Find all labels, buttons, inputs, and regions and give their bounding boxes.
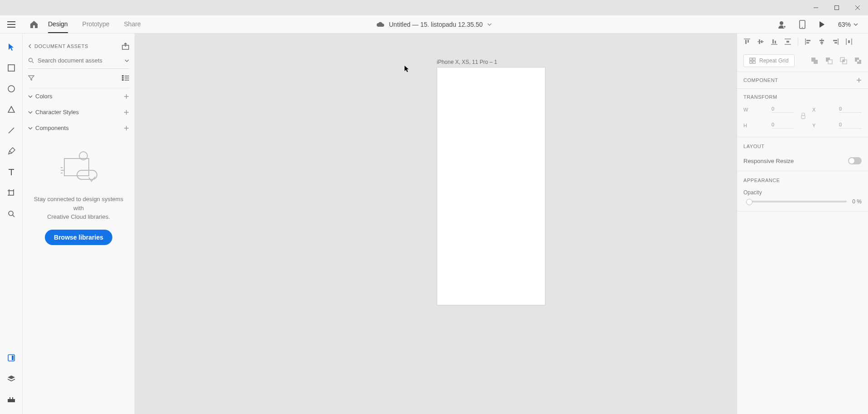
home-button[interactable] [23, 20, 45, 29]
x-value[interactable]: 0 [839, 106, 862, 113]
ellipse-tool[interactable] [6, 83, 17, 94]
svg-rect-29 [125, 76, 129, 77]
empty-text-line-2: Creative Cloud libraries. [33, 212, 125, 221]
boolean-intersect-icon[interactable] [840, 57, 847, 64]
distribute-horizontal-icon[interactable] [845, 38, 853, 45]
boolean-add-icon[interactable] [811, 57, 818, 64]
width-label: W [743, 107, 768, 112]
list-view-icon[interactable] [122, 75, 129, 81]
hamburger-menu-button[interactable] [0, 21, 23, 28]
play-preview-icon[interactable] [818, 21, 825, 28]
svg-rect-28 [122, 75, 124, 77]
artboard-label[interactable]: iPhone X, XS, 11 Pro – 1 [437, 59, 497, 65]
svg-rect-31 [125, 78, 129, 79]
svg-rect-16 [9, 191, 14, 195]
zoom-value: 63% [838, 21, 851, 28]
colors-section[interactable]: Colors [28, 88, 129, 104]
artboard-tool[interactable] [6, 188, 17, 198]
svg-point-12 [802, 27, 803, 28]
svg-rect-72 [814, 60, 818, 64]
components-section[interactable]: Components [28, 120, 129, 136]
window-maximize-button[interactable] [826, 0, 847, 15]
back-to-libraries-button[interactable]: DOCUMENT ASSETS [28, 43, 88, 49]
add-character-style-icon[interactable] [124, 110, 129, 115]
layout-section: LAYOUT Responsive Resize [737, 137, 868, 171]
chevron-down-icon [854, 23, 858, 26]
polygon-tool[interactable] [6, 104, 17, 115]
chevron-down-icon[interactable] [125, 59, 129, 62]
svg-rect-83 [801, 116, 805, 119]
svg-point-21 [9, 211, 13, 216]
document-assets-panel: DOCUMENT ASSETS [23, 34, 135, 414]
add-component-icon[interactable] [856, 77, 862, 83]
character-styles-section[interactable]: Character Styles [28, 104, 129, 120]
svg-rect-80 [857, 60, 859, 62]
assets-panel-title: DOCUMENT ASSETS [34, 43, 88, 49]
search-assets-input[interactable] [38, 57, 121, 64]
document-title[interactable]: Untitled — 15. listopadu 12.35.50 [376, 21, 492, 28]
width-value[interactable]: 0 [772, 106, 794, 113]
height-value[interactable]: 0 [772, 122, 794, 129]
repeat-grid-button[interactable]: Repeat Grid [743, 54, 795, 67]
svg-line-22 [13, 215, 14, 217]
browse-libraries-button[interactable]: Browse libraries [45, 230, 112, 245]
canvas[interactable]: iPhone X, XS, 11 Pro – 1 [135, 34, 737, 414]
align-center-icon[interactable] [818, 38, 825, 45]
svg-rect-74 [828, 60, 832, 64]
pen-tool[interactable] [6, 146, 17, 157]
align-top-icon[interactable] [743, 38, 751, 45]
svg-rect-13 [8, 65, 14, 71]
svg-point-26 [29, 58, 33, 62]
mobile-preview-icon[interactable] [799, 20, 805, 29]
section-label: Components [35, 125, 69, 131]
align-middle-icon[interactable] [757, 38, 764, 45]
svg-rect-30 [122, 77, 124, 79]
svg-line-27 [32, 62, 34, 63]
svg-rect-50 [772, 39, 774, 43]
svg-rect-54 [786, 41, 789, 43]
plugins-panel-button[interactable] [6, 394, 17, 405]
rectangle-tool[interactable] [6, 63, 17, 73]
align-bottom-icon[interactable] [771, 38, 778, 45]
filter-icon[interactable] [28, 75, 34, 81]
svg-rect-1 [835, 6, 839, 10]
align-left-icon[interactable] [805, 38, 812, 45]
boolean-ops [811, 57, 862, 64]
publish-library-icon[interactable] [122, 43, 129, 50]
lock-aspect-icon[interactable] [798, 113, 809, 122]
responsive-resize-toggle[interactable] [848, 157, 862, 164]
add-component-icon[interactable] [124, 125, 129, 131]
select-tool[interactable] [6, 42, 17, 53]
svg-rect-32 [122, 79, 124, 81]
tab-design[interactable]: Design [48, 16, 68, 33]
y-value[interactable]: 0 [839, 122, 862, 129]
line-tool[interactable] [6, 125, 17, 136]
svg-rect-45 [747, 40, 749, 43]
artboard[interactable] [437, 67, 545, 305]
boolean-exclude-icon[interactable] [854, 57, 862, 64]
svg-rect-56 [806, 40, 810, 41]
assets-panel-button[interactable] [6, 352, 17, 363]
window-minimize-button[interactable] [805, 0, 826, 15]
add-color-icon[interactable] [124, 94, 129, 99]
zoom-control[interactable]: 63% [838, 21, 858, 28]
zoom-tool[interactable] [6, 208, 17, 219]
invite-user-icon[interactable] [777, 20, 786, 29]
distribute-vertical-icon[interactable] [784, 38, 791, 45]
empty-illustration-icon [56, 149, 101, 186]
appearance-heading: APPEARANCE [743, 178, 862, 183]
text-tool[interactable] [6, 167, 17, 178]
opacity-slider[interactable] [749, 201, 847, 202]
boolean-subtract-icon[interactable] [825, 57, 833, 64]
tab-share[interactable]: Share [124, 16, 141, 33]
section-label: Character Styles [35, 109, 79, 116]
window-close-button[interactable] [847, 0, 868, 15]
align-right-icon[interactable] [832, 38, 839, 45]
empty-text-line-1: Stay connected to design systems with [33, 195, 125, 212]
tab-prototype[interactable]: Prototype [82, 16, 110, 33]
opacity-value[interactable]: 0 % [852, 198, 862, 205]
svg-rect-47 [759, 39, 760, 44]
svg-line-15 [9, 128, 14, 133]
layers-panel-button[interactable] [6, 373, 17, 384]
window-titlebar [0, 0, 868, 15]
